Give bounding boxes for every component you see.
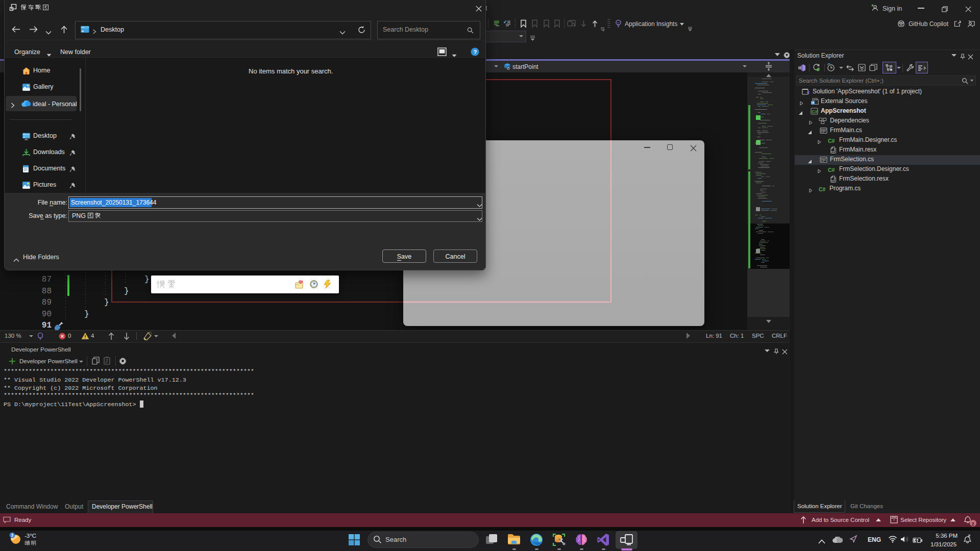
svg-text:C#: C#	[828, 167, 835, 173]
svg-text:C#: C#	[819, 186, 826, 192]
svg-text:C#: C#	[812, 109, 818, 114]
svg-text:C#: C#	[828, 138, 835, 144]
svg-text:?: ?	[474, 49, 477, 55]
svg-text:3: 3	[11, 533, 14, 538]
